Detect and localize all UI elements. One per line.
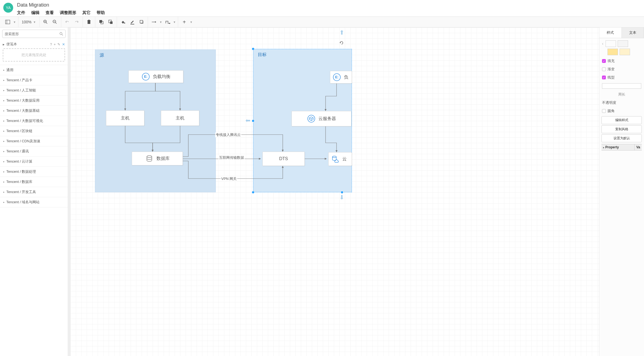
scratchpad-add-icon[interactable]: + [54, 42, 56, 46]
connection-button[interactable] [150, 18, 158, 26]
fill-toggle[interactable]: 填充 [601, 57, 642, 65]
shape-category[interactable]: ▸Tencent / 云计算 [0, 157, 68, 167]
search-icon [59, 32, 63, 36]
zoom-in-button[interactable] [42, 18, 49, 26]
scratchpad-help-icon[interactable]: ? [50, 42, 52, 46]
svg-point-22 [60, 32, 62, 35]
shape-category[interactable]: ▸Tencent / 大数据可视化 [0, 116, 68, 126]
svg-rect-17 [130, 24, 134, 24]
sidebar-resize-handle[interactable] [68, 27, 70, 356]
line-color-button[interactable] [128, 18, 136, 26]
shadow-button[interactable] [138, 18, 145, 26]
menu-edit[interactable]: 编辑 [31, 10, 40, 15]
shape-category[interactable]: ▸Tencent / 数据库 [0, 177, 68, 187]
shape-category[interactable]: ▸Tencent / 人工智能 [0, 85, 68, 96]
waypoint-button[interactable] [164, 18, 172, 26]
svg-rect-10 [87, 20, 91, 21]
document-title[interactable]: Data Migration [17, 2, 641, 8]
node-database[interactable]: 数据库 [132, 152, 183, 165]
format-panel: 样式 文本 ‹ 填充 渐变 [599, 27, 644, 356]
shape-category[interactable]: ▸Tencent / 域名与网站 [0, 197, 68, 207]
node-dts[interactable]: DTS [262, 152, 305, 166]
rounded-toggle[interactable]: 圆角 [601, 107, 642, 115]
swatch-prev-icon[interactable]: ‹ [601, 41, 604, 46]
to-front-button[interactable] [97, 18, 105, 26]
tab-text[interactable]: 文本 [622, 27, 644, 38]
chevron-down-icon[interactable]: ▼ [173, 21, 176, 24]
scratchpad-close-icon[interactable]: ✕ [62, 42, 65, 46]
svg-rect-9 [88, 21, 90, 24]
shape-search-input[interactable] [2, 30, 66, 38]
fill-color-button[interactable] [119, 18, 127, 26]
chevron-down-icon[interactable]: ▼ [190, 21, 192, 24]
shape-category[interactable]: ▸Tencent / 大数据基础 [0, 106, 68, 116]
zoom-select[interactable]: 100% ▼ [21, 20, 37, 24]
svg-line-7 [55, 23, 57, 24]
property-table-header[interactable]: ▸Property Va [601, 144, 642, 151]
node-load-balancer-2[interactable]: E: 负 [330, 71, 352, 84]
svg-text:E:: E: [144, 75, 147, 79]
scratchpad-label[interactable]: 便笺本 [6, 42, 48, 47]
line-style-select[interactable] [602, 83, 641, 89]
selection-handle[interactable] [252, 191, 254, 194]
set-default-style-button[interactable]: 设置为默认 [601, 134, 642, 142]
node-host[interactable]: 主机 [106, 110, 144, 126]
menu-arrange[interactable]: 调整图形 [60, 10, 76, 15]
shape-category[interactable]: ▸Tencent / 数据处理 [0, 167, 68, 177]
zoom-out-button[interactable] [51, 18, 59, 26]
svg-point-30 [332, 156, 336, 158]
line-toggle[interactable]: 线型 [601, 73, 642, 82]
node-cloud-db[interactable]: 云 [328, 152, 352, 166]
menu-help[interactable]: 帮助 [97, 10, 105, 15]
color-swatch[interactable] [620, 49, 630, 55]
shape-category[interactable]: ▸Tencent / 区块链 [0, 126, 68, 136]
shape-category[interactable]: ▸通用 [0, 65, 68, 75]
scratchpad-edit-icon[interactable]: ✎ [57, 42, 60, 46]
menu-other[interactable]: 其它 [82, 10, 91, 15]
load-balancer-icon: E: [332, 73, 341, 82]
perimeter-label: 周长 [601, 90, 642, 99]
copy-style-button[interactable]: 复制风格 [601, 125, 642, 133]
undo-button[interactable] [63, 18, 71, 26]
shape-category[interactable]: ▸Tencent / CDN及加速 [0, 136, 68, 146]
selection-handle[interactable] [252, 48, 254, 50]
node-cvm[interactable]: 云服务器 [292, 111, 351, 126]
direction-arrow-icon[interactable]: ⬆ [339, 29, 344, 36]
selection-handle[interactable] [252, 119, 254, 122]
color-swatch[interactable] [606, 40, 616, 47]
svg-rect-11 [88, 20, 90, 20]
svg-point-16 [124, 23, 125, 24]
shape-category[interactable]: ▸Tencent / 开发工具 [0, 187, 68, 197]
menu-view[interactable]: 查看 [46, 10, 54, 15]
to-back-button[interactable] [107, 18, 114, 26]
edge-label: 互联网传输数据 [219, 155, 245, 160]
database-icon [145, 154, 154, 163]
shape-category[interactable]: ▸Tencent / 通讯 [0, 146, 68, 157]
canvas[interactable]: 源 目标 ⬅ ⬆ ⬇ [70, 27, 599, 356]
scratchpad-drop-zone[interactable]: 把元素拖至此处 [3, 48, 65, 62]
sidebar-toggle-button[interactable] [4, 18, 12, 26]
node-host[interactable]: 主机 [161, 110, 199, 126]
cloud-database-icon [331, 155, 340, 163]
node-load-balancer[interactable]: E: 负载均衡 [128, 70, 183, 83]
color-swatch[interactable] [618, 40, 628, 47]
direction-arrow-icon[interactable]: ⬇ [339, 194, 344, 201]
add-button[interactable]: + [180, 18, 188, 26]
opacity-label: 不透明度 [601, 99, 642, 107]
app-logo[interactable]: YA [3, 3, 13, 13]
color-swatch[interactable] [607, 49, 618, 55]
chevron-down-icon[interactable]: ▼ [13, 21, 16, 24]
edit-style-button[interactable]: 编辑样式 [601, 116, 642, 124]
gradient-toggle[interactable]: 渐变 [601, 65, 642, 73]
svg-text:E:: E: [335, 75, 338, 79]
shape-category[interactable]: ▸Tencent / 大数据应用 [0, 96, 68, 106]
delete-button[interactable] [85, 18, 93, 26]
tab-style[interactable]: 样式 [599, 27, 622, 38]
chevron-down-icon[interactable]: ▼ [159, 21, 162, 24]
direction-arrow-icon[interactable]: ⬅ [245, 117, 250, 124]
rotate-handle[interactable] [339, 41, 344, 45]
menu-file[interactable]: 文件 [17, 10, 25, 15]
selection-handle[interactable] [341, 191, 343, 194]
shape-category[interactable]: ▸Tencent / 产品卡 [0, 75, 68, 85]
redo-button[interactable] [73, 18, 80, 26]
